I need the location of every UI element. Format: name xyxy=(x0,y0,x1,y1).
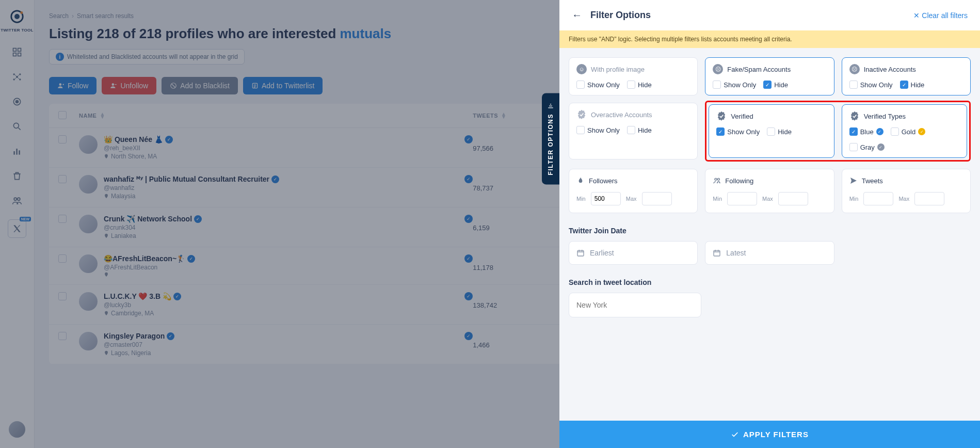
location-label: Search in tweet location xyxy=(569,278,971,286)
verified-card: Verified ✓Show Only Hide xyxy=(709,104,834,158)
clear-all-filters[interactable]: ✕ Clear all filters xyxy=(913,11,968,20)
hide-checkbox[interactable]: Hide xyxy=(627,81,652,89)
hide-checkbox[interactable]: ✓Hide xyxy=(763,81,788,89)
following-min-input[interactable] xyxy=(727,192,757,205)
send-icon xyxy=(849,177,858,185)
hide-checkbox[interactable]: Hide xyxy=(767,127,792,136)
location-input[interactable] xyxy=(576,301,694,309)
profile-icon: ☺ xyxy=(576,64,587,74)
verified-icon xyxy=(576,109,587,120)
following-icon xyxy=(713,177,721,185)
filter-options-tab[interactable]: FILTER OPTIONS xyxy=(542,93,559,184)
filter-panel: ← Filter Options ✕ Clear all filters Fil… xyxy=(559,0,980,448)
gold-checkbox[interactable]: Gold✓ xyxy=(891,127,925,136)
latest-date[interactable]: Latest xyxy=(705,241,834,265)
following-max-input[interactable] xyxy=(778,192,808,205)
tweets-range: Tweets Min Max xyxy=(842,169,971,213)
blue-badge-icon: ✓ xyxy=(876,128,883,135)
close-icon: ✕ xyxy=(913,11,920,20)
show-only-checkbox[interactable]: Show Only xyxy=(576,126,620,134)
check-icon xyxy=(731,430,739,439)
panel-header: ← Filter Options ✕ Clear all filters xyxy=(559,0,980,30)
show-only-checkbox[interactable]: Show Only xyxy=(576,81,620,89)
join-date-label: Twitter Join Date xyxy=(569,227,971,235)
location-search xyxy=(569,293,701,317)
filter-notice: Filters use "AND" logic. Selecting multi… xyxy=(559,30,980,48)
profile-image-card: ☺With profile image Show Only Hide xyxy=(569,57,698,95)
tweets-max-input[interactable] xyxy=(914,192,944,205)
earliest-date[interactable]: Earliest xyxy=(569,241,698,265)
verified-icon xyxy=(716,111,727,121)
hide-checkbox[interactable]: Hide xyxy=(627,126,652,134)
calendar-icon xyxy=(713,249,721,257)
calendar-icon xyxy=(576,249,585,257)
hide-checkbox[interactable]: ✓Hide xyxy=(900,81,925,89)
frown-icon: ☹ xyxy=(713,64,723,74)
show-only-checkbox[interactable]: Show Only xyxy=(713,81,756,89)
inactive-card: ☹Inactive Accounts Show Only ✓Hide xyxy=(842,57,971,95)
followers-max-input[interactable] xyxy=(642,192,672,205)
frown-icon: ☹ xyxy=(849,64,860,74)
verified-types-card: Verified Types ✓Blue✓ Gold✓ Gray✓ xyxy=(842,104,967,158)
back-arrow-icon[interactable]: ← xyxy=(572,9,582,21)
svg-point-25 xyxy=(718,178,720,180)
following-range: Following Min Max xyxy=(705,169,834,213)
gray-badge-icon: ✓ xyxy=(877,143,885,151)
followers-range: Followers Min Max xyxy=(569,169,698,213)
verified-icon xyxy=(849,111,860,121)
tweets-min-input[interactable] xyxy=(863,192,893,205)
blue-checkbox[interactable]: ✓Blue✓ xyxy=(849,127,883,136)
gray-checkbox[interactable]: Gray✓ xyxy=(849,143,885,151)
svg-rect-27 xyxy=(714,250,720,256)
fake-spam-card: ☹Fake/Spam Accounts Show Only ✓Hide xyxy=(705,57,834,95)
flame-icon xyxy=(576,177,585,185)
svg-rect-26 xyxy=(577,250,584,256)
highlight-box: Verified ✓Show Only Hide Verified Types … xyxy=(705,101,971,162)
followers-min-input[interactable] xyxy=(591,192,621,205)
show-only-checkbox[interactable]: Show Only xyxy=(849,81,893,89)
show-only-checkbox[interactable]: ✓Show Only xyxy=(716,127,760,136)
apply-filters-button[interactable]: APPLY FILTERS xyxy=(559,421,980,448)
panel-title: Filter Options xyxy=(590,10,651,21)
svg-point-24 xyxy=(715,178,717,180)
overactive-card: Overactive Accounts Show Only Hide xyxy=(569,103,698,159)
gold-badge-icon: ✓ xyxy=(918,128,925,135)
